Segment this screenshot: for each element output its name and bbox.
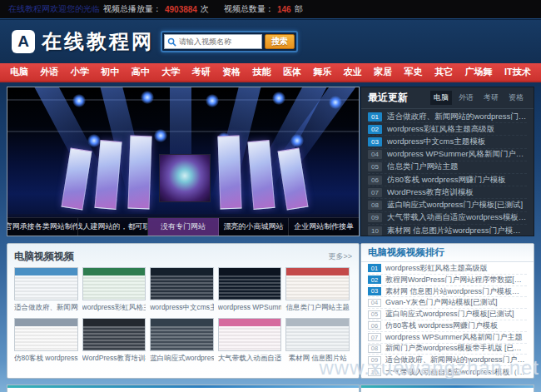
rank-title[interactable]: wordpress WPSummer风格新闻门户主题 bbox=[385, 332, 523, 343]
nav-item[interactable]: 高中 bbox=[132, 66, 150, 78]
recent-item-title[interactable]: 仿80客栈 wordpress网赚门户模板 bbox=[387, 175, 506, 186]
recent-item-title[interactable]: WordPress教育培训模板 bbox=[387, 187, 474, 198]
recent-tab[interactable]: 考研 bbox=[480, 91, 502, 105]
recent-tab[interactable]: 资格 bbox=[505, 91, 527, 105]
video-item[interactable]: wordpress WPSummer风 bbox=[218, 267, 282, 313]
recent-item[interactable]: 06 仿80客栈 wordpress网赚门户模板 bbox=[368, 174, 527, 186]
rank-title[interactable]: 大气带载入动画自适应wordpress模板（已测试） bbox=[385, 367, 527, 378]
ranking-item[interactable]: 08 新闻门户类wordpress模板带手机版 [已测试] bbox=[368, 344, 527, 355]
nav-item[interactable]: 军史 bbox=[405, 66, 423, 78]
ranking-item[interactable]: 01 wordpress彩虹风格主题高级版 bbox=[368, 263, 527, 275]
recent-item-title[interactable]: wordpress彩虹风格主题高级版 bbox=[387, 124, 494, 135]
carousel-caption[interactable]: 没有专门网站 bbox=[148, 218, 219, 236]
video-title[interactable]: 信息类门户网站主题 bbox=[285, 303, 350, 313]
recent-item-title[interactable]: 素材网 信息图片站wordpress门户模板带数据[已测试] bbox=[387, 226, 527, 236]
ranking-item[interactable]: 09 适合做政府、新闻网站的wordpress门户模板 bbox=[368, 355, 527, 366]
nav-item[interactable]: IT技术 bbox=[504, 66, 531, 78]
video-item[interactable]: 蓝白响应式wordpress门户 bbox=[150, 318, 214, 364]
video-thumbnail[interactable] bbox=[14, 267, 78, 300]
recent-item-title[interactable]: 大气带载入动画自适应wordpress模板（已测试） bbox=[387, 212, 527, 223]
video-thumbnail[interactable] bbox=[150, 318, 214, 351]
recent-item[interactable]: 01 适合做政府、新闻网站的wordpress门户模板 bbox=[368, 111, 527, 123]
ranking-item[interactable]: 04 Gvan-Y灰色门户网站模板[已测试] bbox=[368, 297, 527, 309]
video-thumbnail[interactable] bbox=[82, 267, 146, 300]
nav-item[interactable]: 医体 bbox=[283, 66, 301, 78]
video-item[interactable]: 适合做政府、新闻网站的 bbox=[14, 267, 78, 313]
nav-item[interactable]: 家居 bbox=[374, 66, 392, 78]
ranking-item[interactable]: 10 大气带载入动画自适应wordpress模板（已测试） bbox=[368, 366, 527, 378]
recent-item[interactable]: 05 信息类门户网站主题 bbox=[368, 161, 527, 174]
rank-title[interactable]: 新闻门户类wordpress模板带手机版 [已测试] bbox=[385, 343, 527, 354]
recent-item-title[interactable]: wordpress WPSummer风格新闻门户主题 bbox=[387, 149, 527, 160]
nav-item[interactable]: 广场舞 bbox=[465, 66, 493, 78]
nav-item[interactable]: 电脑 bbox=[10, 66, 28, 78]
nav-item[interactable]: 大学 bbox=[161, 66, 180, 78]
video-item[interactable]: wordpress中文cms主题模 bbox=[150, 267, 214, 313]
recent-item[interactable]: 03 wordpress中文cms主题模板 bbox=[368, 136, 527, 148]
video-title[interactable]: 蓝白响应式wordpress门户 bbox=[150, 354, 214, 364]
video-title[interactable]: WordPress教育培训模板 bbox=[82, 354, 146, 364]
recent-item-title[interactable]: 信息类门户网站主题 bbox=[387, 161, 459, 172]
rank-title[interactable]: wordpress彩虹风格主题高级版 bbox=[385, 263, 488, 274]
nav-item[interactable]: 其它 bbox=[434, 66, 453, 78]
recent-item[interactable]: 08 蓝白响应式wordpress门户模板[已测试] bbox=[368, 199, 527, 211]
recent-tab[interactable]: 电脑 bbox=[430, 91, 452, 105]
video-title[interactable]: wordpress彩虹风格主题高 bbox=[82, 303, 146, 313]
carousel-caption[interactable]: 企业网站制作接单 bbox=[289, 218, 359, 236]
video-item[interactable]: wordpress彩虹风格主题高 bbox=[82, 267, 146, 313]
video-title[interactable]: wordpress中文cms主题模 bbox=[150, 303, 214, 313]
video-item[interactable]: 素材网 信息图片站 bbox=[285, 318, 350, 364]
video-thumbnail[interactable] bbox=[285, 318, 350, 351]
recent-item-title[interactable]: wordpress中文cms主题模板 bbox=[387, 136, 485, 147]
video-item[interactable]: 大气带载入动画自适应 bbox=[218, 318, 282, 364]
video-title[interactable]: 素材网 信息图片站 bbox=[285, 354, 350, 364]
rank-title[interactable]: 素材网 信息图片站wordpress门户模板带数据[已测试] bbox=[385, 286, 527, 297]
nav-item[interactable]: 技能 bbox=[253, 66, 271, 78]
rank-title[interactable]: 适合做政府、新闻网站的wordpress门户模板 bbox=[385, 355, 527, 365]
banner-carousel[interactable]: 官网承接各类网站制作要找人建网站的，都可联系没有专门网站漂亮的小商城网站企业网站… bbox=[7, 87, 360, 236]
video-thumbnail[interactable] bbox=[82, 318, 146, 351]
carousel-caption[interactable]: 要找人建网站的，都可联系 bbox=[78, 218, 149, 236]
video-title[interactable]: wordpress WPSummer风 bbox=[218, 303, 282, 313]
more-link[interactable]: 更多>> bbox=[328, 251, 352, 262]
rank-title[interactable]: 教程网WordPress门户网站程序带数据[已测试] bbox=[385, 275, 527, 285]
nav-item[interactable]: 资格 bbox=[222, 66, 241, 78]
ranking-item[interactable]: 06 仿80客栈 wordpress网赚门户模板 bbox=[368, 320, 527, 332]
video-title[interactable]: 仿80客栈 wordpress网赚 bbox=[14, 354, 78, 364]
nav-item[interactable]: 舞乐 bbox=[313, 66, 331, 78]
recent-item-title[interactable]: 适合做政府、新闻网站的wordpress门户模板 bbox=[387, 112, 527, 122]
video-thumbnail[interactable] bbox=[218, 318, 282, 351]
video-title[interactable]: 适合做政府、新闻网站的 bbox=[14, 303, 78, 313]
nav-item[interactable]: 考研 bbox=[192, 66, 211, 78]
recent-item[interactable]: 02 wordpress彩虹风格主题高级版 bbox=[368, 123, 527, 136]
video-item[interactable]: WordPress教育培训模板 bbox=[82, 318, 146, 364]
search-button[interactable]: 搜索 bbox=[265, 34, 295, 49]
recent-item[interactable]: 10 素材网 信息图片站wordpress门户模板带数据[已测试] bbox=[368, 225, 527, 237]
ranking-item[interactable]: 05 蓝白响应式wordpress门户模板[已测试] bbox=[368, 309, 527, 320]
ranking-item[interactable]: 03 素材网 信息图片站wordpress门户模板带数据[已测试] bbox=[368, 286, 527, 298]
site-logo[interactable]: A 在线教程网 bbox=[12, 28, 154, 55]
search-box[interactable] bbox=[164, 34, 262, 49]
video-thumbnail[interactable] bbox=[218, 267, 282, 300]
nav-item[interactable]: 农业 bbox=[344, 66, 362, 78]
nav-item[interactable]: 小学 bbox=[71, 66, 89, 78]
ranking-item[interactable]: 07 wordpress WPSummer风格新闻门户主题 bbox=[368, 332, 527, 344]
recent-item[interactable]: 09 大气带载入动画自适应wordpress模板（已测试） bbox=[368, 212, 527, 225]
recent-item[interactable]: 04 wordpress WPSummer风格新闻门户主题 bbox=[368, 149, 527, 161]
video-item[interactable]: 仿80客栈 wordpress网赚 bbox=[14, 318, 78, 364]
nav-item[interactable]: 初中 bbox=[101, 66, 119, 78]
recent-item-title[interactable]: 蓝白响应式wordpress门户模板[已测试] bbox=[387, 200, 523, 211]
rank-title[interactable]: 蓝白响应式wordpress门户模板[已测试] bbox=[385, 309, 514, 320]
recent-item[interactable]: 07 WordPress教育培训模板 bbox=[368, 186, 527, 199]
ranking-item[interactable]: 02 教程网WordPress门户网站程序带数据[已测试] bbox=[368, 275, 527, 286]
video-thumbnail[interactable] bbox=[14, 318, 78, 351]
nav-item[interactable]: 外语 bbox=[40, 66, 58, 78]
video-thumbnail[interactable] bbox=[285, 267, 350, 300]
rank-title[interactable]: 仿80客栈 wordpress网赚门户模板 bbox=[385, 320, 498, 331]
search-input[interactable] bbox=[179, 37, 254, 46]
carousel-caption[interactable]: 漂亮的小商城网站 bbox=[219, 218, 290, 236]
video-title[interactable]: 大气带载入动画自适应 bbox=[218, 354, 282, 364]
recent-tab[interactable]: 外语 bbox=[455, 91, 477, 105]
video-thumbnail[interactable] bbox=[150, 267, 214, 300]
video-item[interactable]: 信息类门户网站主题 bbox=[285, 267, 350, 313]
